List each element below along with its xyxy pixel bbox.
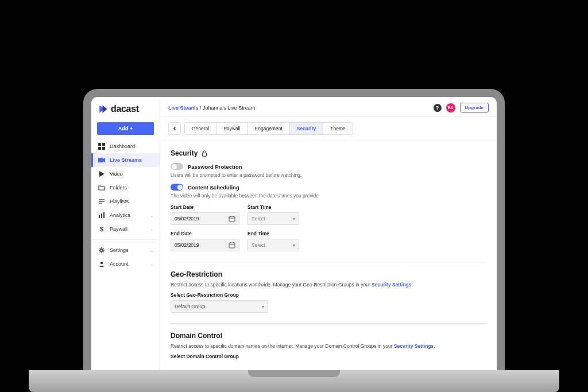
breadcrumb-current: Johanna's Live Stream [203,105,255,111]
svg-point-12 [100,249,103,251]
tab-general[interactable]: General [185,123,216,134]
scheduling-label: Content Scheduling [188,184,239,191]
chevron-down-icon: ▾ [293,243,295,248]
play-icon [98,170,105,177]
nav: Dashboard Live Streams Video Folders [91,139,160,271]
sidebar-item-video[interactable]: Video [91,167,160,181]
divider [171,262,486,262]
end-time-placeholder: Select [252,242,265,248]
breadcrumb-separator: / [199,105,203,111]
svg-rect-8 [99,215,100,218]
security-section: Security Password Protection Users will … [171,149,486,251]
geo-security-settings-link[interactable]: Security Settings [372,282,411,288]
logo-icon [98,104,109,114]
svg-text:$: $ [100,226,103,232]
chevron-left-icon [172,126,177,131]
topbar: Live Steams / Johanna's Live Stream ? EA… [160,97,497,117]
app-screen: dacast Add + Dashboard Live Streams Vide… [91,97,497,370]
password-toggle[interactable] [171,163,183,170]
scheduling-toggle[interactable] [171,184,183,191]
domain-security-settings-link[interactable]: Security Settings [394,343,434,349]
sidebar-item-livestreams[interactable]: Live Streams [91,153,160,167]
dashboard-icon [98,143,105,150]
geo-group-select[interactable]: Default Group ▾ [171,300,268,313]
sidebar-item-label: Video [110,171,154,177]
password-protection-row: Password Protection [171,163,486,170]
help-icon[interactable]: ? [434,104,442,112]
breadcrumb-root-link[interactable]: Live Steams [168,105,199,111]
svg-rect-19 [229,243,235,248]
tabs: General Paywall Engagement Security Them… [184,122,353,135]
sidebar-item-settings[interactable]: Settings ⌄ [91,243,160,257]
start-date-value: 05/02/2019 [175,216,199,222]
password-label: Password Protection [188,164,242,170]
sidebar-item-label: Folders [110,185,154,191]
chevron-down-icon: ⌄ [150,227,154,232]
sidebar-item-label: Settings [110,247,145,253]
chevron-down-icon: ⌄ [150,262,154,267]
user-icon [98,261,105,267]
upgrade-button[interactable]: Upgrade [460,103,489,112]
end-time-label: End Time [247,231,299,236]
svg-rect-15 [229,216,235,222]
geo-heading: Geo-Restriction [171,270,486,278]
sidebar-item-folders[interactable]: Folders [91,181,160,195]
domain-heading: Domain Control [171,332,486,340]
back-button[interactable] [168,122,181,135]
logo-text: dacast [111,104,139,114]
chevron-down-icon: ▾ [262,304,264,309]
svg-rect-2 [98,147,101,150]
start-time-placeholder: Select [252,216,265,222]
sidebar-item-label: Live Streams [110,157,154,163]
sidebar: dacast Add + Dashboard Live Streams Vide… [91,97,160,370]
geo-select-label: Select Geo-Restriction Group [171,292,486,298]
add-button[interactable]: Add + [97,122,154,135]
svg-rect-0 [98,143,101,146]
sidebar-item-playlists[interactable]: Playlists [91,195,160,208]
tab-engagement[interactable]: Engagement [248,123,290,134]
svg-rect-4 [98,158,103,162]
geo-desc: Restrict access to specific locations wo… [171,282,486,288]
chevron-down-icon: ▾ [293,216,295,222]
tab-paywall[interactable]: Paywall [216,123,247,134]
calendar-icon [229,215,235,222]
domain-section: Domain Control Restrict access to specif… [171,332,486,359]
svg-rect-10 [103,212,105,218]
start-date-input[interactable]: 05/02/2019 [171,212,239,225]
camera-icon [98,157,105,164]
nav-divider [91,239,160,240]
end-date-value: 05/02/2019 [175,242,199,248]
domain-desc: Restrict access to specific domain names… [171,343,486,349]
lock-icon [201,150,208,157]
sidebar-item-analytics[interactable]: Analytics ⌄ [91,208,160,222]
svg-point-13 [100,262,103,264]
sidebar-item-label: Playlists [110,199,154,204]
sidebar-item-paywall[interactable]: $ Paywall ⌄ [91,222,160,236]
folder-icon [98,184,105,191]
end-time-select[interactable]: Select ▾ [247,239,299,251]
tab-theme[interactable]: Theme [323,123,352,134]
laptop-notch [248,370,340,377]
brand-logo[interactable]: dacast [91,97,160,120]
security-heading: Security [171,149,486,157]
sidebar-item-account[interactable]: Account ⌄ [91,257,160,271]
playlist-icon [98,198,105,205]
end-date-input[interactable]: 05/02/2019 [171,239,239,251]
chevron-down-icon: ⌄ [150,248,154,253]
svg-rect-1 [102,143,105,146]
calendar-icon [229,242,235,249]
scheduling-row: Content Scheduling [171,184,486,191]
laptop-frame: dacast Add + Dashboard Live Streams Vide… [83,89,505,370]
chevron-down-icon: ⌄ [150,213,154,218]
start-time-select[interactable]: Select ▾ [247,212,299,225]
divider [171,323,486,324]
tab-security[interactable]: Security [290,123,324,134]
gear-icon [98,247,105,254]
sidebar-item-dashboard[interactable]: Dashboard [91,139,160,153]
end-time-field: End Time Select ▾ [247,231,299,251]
start-time-label: Start Time [247,204,299,210]
sidebar-item-label: Analytics [110,212,145,218]
tabs-row: General Paywall Engagement Security Them… [160,117,497,141]
user-avatar[interactable]: EA [446,103,455,112]
content: Security Password Protection Users will … [160,141,497,370]
